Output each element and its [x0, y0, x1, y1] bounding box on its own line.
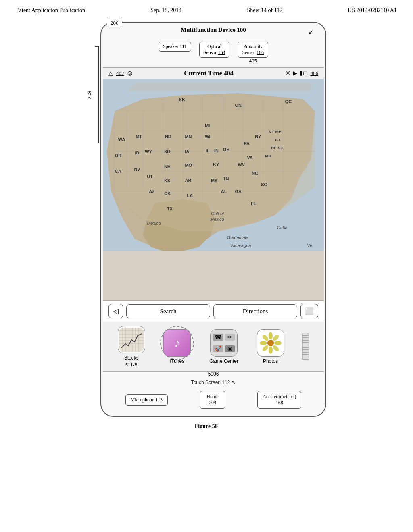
- svg-text:SC: SC: [261, 182, 267, 187]
- touch-screen-label: Touch Screen 112: [191, 380, 230, 385]
- gc-icon-2: ✏: [225, 334, 236, 341]
- svg-text:NC: NC: [252, 171, 258, 176]
- svg-marker-1: [127, 83, 311, 91]
- svg-text:IL: IL: [206, 148, 210, 153]
- directions-label: Directions: [243, 308, 268, 314]
- battery-icon: ▮◻: [300, 70, 308, 77]
- svg-text:WY: WY: [145, 149, 152, 154]
- svg-text:WA: WA: [118, 137, 125, 142]
- svg-point-82: [269, 347, 273, 354]
- search-button[interactable]: Search: [126, 304, 210, 318]
- photos-icon-img: [257, 329, 284, 357]
- svg-text:TN: TN: [223, 176, 229, 181]
- svg-text:LA: LA: [187, 193, 193, 198]
- svg-text:México: México: [147, 221, 161, 226]
- svg-text:PA: PA: [244, 141, 249, 146]
- svg-text:Guatemala: Guatemala: [227, 235, 248, 240]
- search-bar-area: ◁ Search Directions ⬜: [103, 300, 324, 322]
- stocks-svg: [119, 328, 144, 352]
- signal-ref: 402: [116, 70, 124, 77]
- bottom-components: Microphone 113 Home 204 Accelerometer(s)…: [101, 387, 325, 416]
- svg-text:ID: ID: [135, 150, 139, 155]
- wifi-icon: ◎: [127, 70, 132, 77]
- map-area: WA OR CA MT ID NV UT AZ WY ND SD NE KS O…: [103, 79, 324, 300]
- svg-text:TX: TX: [167, 206, 173, 211]
- svg-point-81: [269, 332, 273, 339]
- status-center-time: Current Time 404: [184, 70, 234, 77]
- itunes-app-icon[interactable]: ♪ iTunes: [163, 329, 191, 364]
- svg-text:KS: KS: [164, 178, 170, 183]
- svg-text:ON: ON: [235, 103, 242, 108]
- speaker-label: Speaker 111: [163, 44, 187, 49]
- touch-screen-arrow: ↖: [232, 380, 236, 385]
- touch-screen-label-row: Touch Screen 112 ↖: [101, 378, 325, 387]
- bluetooth-icon: ✳: [285, 69, 290, 77]
- svg-text:MS: MS: [211, 178, 217, 183]
- svg-text:MN: MN: [185, 134, 192, 139]
- stocks-ref: 511-B: [125, 362, 137, 367]
- svg-text:CA: CA: [115, 169, 121, 174]
- proximity-sensor-label: ProximitySensor 166: [242, 44, 264, 55]
- gc-icon-4: ◉: [225, 345, 236, 352]
- status-right: ✳ ▶ ▮◻ 406: [285, 69, 318, 77]
- svg-text:MT: MT: [136, 134, 142, 139]
- svg-text:AL: AL: [221, 189, 227, 194]
- navigation-icon-box[interactable]: ◁: [108, 304, 123, 318]
- ref-405: 405: [249, 58, 257, 64]
- map-icon-box[interactable]: ⬜: [300, 304, 318, 318]
- svg-text:AZ: AZ: [149, 189, 155, 194]
- svg-text:NV: NV: [134, 167, 140, 172]
- svg-text:OK: OK: [164, 191, 171, 196]
- figure-caption: Figure 5F: [195, 423, 218, 430]
- photos-app-icon[interactable]: Photos: [257, 329, 284, 364]
- device-title: Multifunction Device 100: [181, 27, 246, 33]
- svg-text:Ve: Ve: [307, 243, 312, 248]
- bracket-208-label: 208: [86, 91, 92, 100]
- sheet-info: Sheet 14 of 112: [247, 7, 282, 14]
- status-bar: △ 402 ◎ Current Time 404 ✳ ▶ ▮◻ 406: [103, 67, 324, 79]
- svg-text:IN: IN: [214, 148, 219, 153]
- pub-label: Patent Application Publication: [16, 7, 85, 14]
- svg-text:Gulf of: Gulf of: [211, 211, 224, 216]
- device-outer: 206 Multifunction Device 100 ↙ Speaker 1…: [100, 22, 326, 417]
- proximity-sensor-box: ProximitySensor 166: [238, 42, 268, 58]
- accelerometer-box: Accelerometer(s)168: [257, 391, 301, 409]
- search-label: Search: [160, 308, 177, 314]
- status-left: △ 402 ◎: [108, 70, 132, 77]
- status-ref406: 406: [310, 70, 318, 77]
- map-svg: WA OR CA MT ID NV UT AZ WY ND SD NE KS O…: [103, 79, 324, 251]
- svg-text:Nicaragua: Nicaragua: [231, 243, 251, 248]
- svg-text:FL: FL: [251, 201, 257, 206]
- device-title-row: Multifunction Device 100 ↙: [101, 23, 325, 34]
- svg-text:CT: CT: [275, 137, 280, 142]
- svg-text:WI: WI: [205, 134, 210, 139]
- svg-text:VT ME: VT ME: [269, 129, 282, 134]
- svg-text:NY: NY: [255, 134, 261, 139]
- speaker-box: Speaker 111: [159, 42, 191, 52]
- svg-text:DE NJ: DE NJ: [271, 145, 283, 150]
- patent-number: US 2014/0282110 A1: [348, 7, 397, 14]
- home-label: Home: [206, 394, 218, 399]
- bracket-208-container: 208: [87, 46, 99, 144]
- map-view-icon: ⬜: [305, 307, 314, 315]
- home-button-box[interactable]: Home 204: [200, 391, 225, 409]
- svg-text:GA: GA: [235, 189, 242, 194]
- svg-text:IA: IA: [185, 149, 190, 154]
- game-center-app-icon[interactable]: ☎ ✏ 🚀 ◉ Game Center: [209, 329, 238, 364]
- directions-button[interactable]: Directions: [213, 304, 297, 318]
- proximity-label: ProximitySensor 166 405: [238, 42, 268, 65]
- device-wrapper: 208 206 Multifunction Device 100 ↙ Speak…: [87, 22, 326, 417]
- play-icon: ▶: [293, 70, 297, 77]
- svg-text:OH: OH: [223, 147, 229, 152]
- accelerometer-label: Accelerometer(s)168: [263, 394, 296, 405]
- signal-icon: △: [108, 70, 113, 77]
- svg-point-83: [260, 341, 267, 345]
- stocks-app-icon[interactable]: Stocks 511-B: [118, 326, 145, 367]
- gc-icon-3: 🚀: [213, 345, 223, 352]
- stocks-label: Stocks: [124, 355, 139, 361]
- home-ref: 204: [209, 400, 216, 405]
- photos-svg: [259, 331, 283, 355]
- svg-text:WV: WV: [238, 162, 245, 167]
- gc-icon-1: ☎: [213, 334, 223, 341]
- optical-sensor-box: OpticalSensor 164: [199, 42, 230, 58]
